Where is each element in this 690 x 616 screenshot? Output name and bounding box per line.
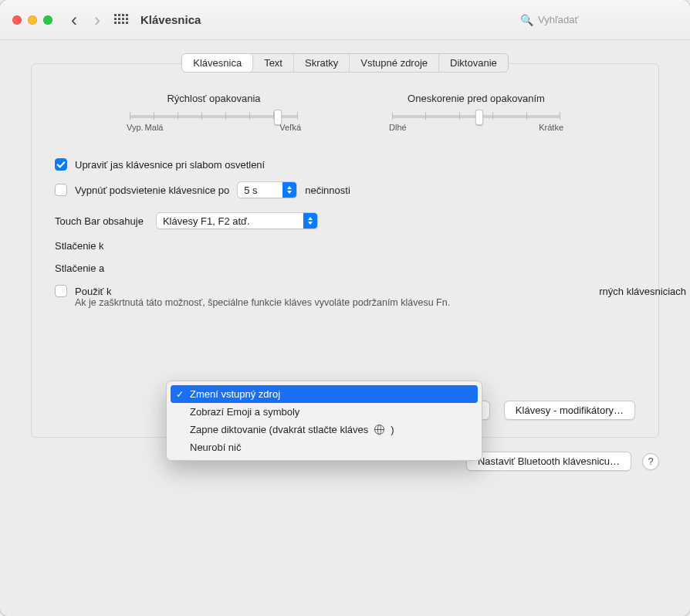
row-use-fkeys-sub: Ak je zaškrtnutá táto možnosť, špeciálne… [55, 303, 635, 308]
dropdown-item-nothing[interactable]: Neurobí nič [167, 438, 482, 456]
key-repeat-label-slow: Malá [145, 123, 164, 132]
delay-label-long: Dlhé [389, 123, 407, 132]
label-turn-off-backlight-after: nečinnosti [305, 184, 350, 196]
key-repeat-title: Rýchlosť opakovania [125, 93, 303, 104]
dropdown-item-label: Zmení vstupný zdroj [190, 388, 280, 400]
main-panel: Klávesnica Text Skratky Vstupné zdroje D… [31, 63, 659, 438]
minimize-icon[interactable] [28, 15, 37, 25]
tab-text[interactable]: Text [253, 54, 294, 72]
modifier-keys-button[interactable]: Klávesy - modifikátory… [504, 401, 635, 420]
dropdown-item-tail: ) [391, 424, 394, 435]
delay-label-short: Krátke [539, 123, 563, 132]
close-icon[interactable] [12, 15, 22, 25]
key-repeat-slider-block: Rýchlosť opakovania Vyp. Malá Veľká [125, 93, 303, 132]
delay-title: Oneskorenie pred opakovaním [387, 93, 565, 104]
select-backlight-timeout[interactable]: 5 s [237, 181, 297, 198]
label-touchbar-contains: Touch Bar obsahuje [55, 215, 144, 227]
forward-button: › [94, 11, 100, 29]
dropdown-item-change-input-source[interactable]: ✓ Zmení vstupný zdroj [171, 385, 478, 403]
checkbox-turn-off-backlight[interactable] [55, 184, 67, 196]
fn-action-dropdown[interactable]: ✓ Zmení vstupný zdroj Zobrazí Emoji a sy… [166, 381, 482, 461]
label-use-fkeys-tail: rných klávesniciach [599, 286, 686, 297]
key-repeat-slider[interactable] [130, 115, 298, 118]
select-backlight-value: 5 s [244, 184, 257, 196]
window-title: Klávesnica [140, 13, 201, 26]
stepper-icon [303, 213, 317, 228]
select-touchbar-value: Klávesy F1, F2 atď. [163, 215, 250, 227]
label-use-fkeys-head: Použiť k [75, 286, 112, 297]
dropdown-item-emoji[interactable]: Zobrazí Emoji a symboly [167, 403, 482, 421]
nav-buttons: ‹ › [71, 11, 100, 29]
dropdown-item-label: Zapne diktovanie (dvakrát stlačte kláves [190, 424, 368, 435]
check-icon: ✓ [174, 389, 185, 400]
key-repeat-label-off: Vyp. [127, 123, 144, 132]
row-adjust-brightness: Upraviť jas klávesnice pri slabom osvetl… [55, 158, 635, 171]
checkbox-adjust-brightness[interactable] [55, 158, 67, 171]
back-button[interactable]: ‹ [71, 11, 77, 29]
row-turn-off-backlight: Vypnúť podsvietenie klávesnice po 5 s ne… [55, 181, 635, 198]
label-press-hold-partial: Stlačenie a [55, 262, 104, 274]
checkbox-use-fkeys[interactable] [55, 285, 67, 297]
label-turn-off-backlight-before: Vypnúť podsvietenie klávesnice po [75, 184, 229, 196]
help-button[interactable]: ? [642, 453, 659, 470]
window-controls [12, 15, 52, 25]
dropdown-item-label: Neurobí nič [190, 442, 241, 453]
label-press-fn-partial: Stlačenie k [55, 240, 104, 252]
search-field[interactable]: 🔍 Vyhľadať [516, 11, 678, 29]
setup-bluetooth-keyboard-button[interactable]: Nastaviť Bluetooth klávesnicu… [466, 452, 631, 471]
label-use-fkeys-sub: Ak je zaškrtnutá táto možnosť, špeciálne… [75, 297, 450, 308]
content-area: Klávesnica Text Skratky Vstupné zdroje D… [0, 40, 690, 616]
delay-slider[interactable] [392, 115, 560, 118]
sliders-row: Rýchlosť opakovania Vyp. Malá Veľká Ones… [32, 93, 658, 132]
tab-shortcuts[interactable]: Skratky [294, 54, 350, 72]
row-press-hold: Stlačenie a [55, 262, 635, 274]
tab-keyboard[interactable]: Klávesnica [182, 54, 253, 72]
key-repeat-thumb[interactable] [274, 110, 282, 125]
key-repeat-label-fast: Veľká [279, 123, 301, 132]
dropdown-item-label: Zobrazí Emoji a symboly [190, 406, 299, 418]
delay-slider-block: Oneskorenie pred opakovaním Dlhé Krátke [387, 93, 565, 132]
search-placeholder: Vyhľadať [538, 14, 578, 25]
show-all-icon[interactable] [114, 14, 127, 26]
stepper-icon [282, 182, 296, 198]
zoom-icon[interactable] [43, 15, 52, 25]
row-touchbar-contains: Touch Bar obsahuje Klávesy F1, F2 atď. [55, 212, 635, 229]
tab-bar: Klávesnica Text Skratky Vstupné zdroje D… [181, 53, 509, 73]
dropdown-item-dictation[interactable]: Zapne diktovanie (dvakrát stlačte kláves… [167, 421, 482, 438]
tab-dictation[interactable]: Diktovanie [439, 54, 508, 72]
titlebar: ‹ › Klávesnica 🔍 Vyhľadať [0, 0, 690, 40]
options-group: Upraviť jas klávesnice pri slabom osvetl… [32, 158, 658, 308]
search-icon: 🔍 [520, 14, 533, 26]
row-use-fkeys: Použiť k rných klávesniciach [55, 285, 635, 297]
tab-input-sources[interactable]: Vstupné zdroje [350, 54, 439, 72]
label-adjust-brightness: Upraviť jas klávesnice pri slabom osvetl… [75, 159, 265, 171]
row-press-fn: Stlačenie k [55, 240, 635, 252]
globe-icon [374, 425, 384, 435]
select-touchbar-contains[interactable]: Klávesy F1, F2 atď. [156, 212, 318, 229]
delay-thumb[interactable] [475, 110, 483, 125]
